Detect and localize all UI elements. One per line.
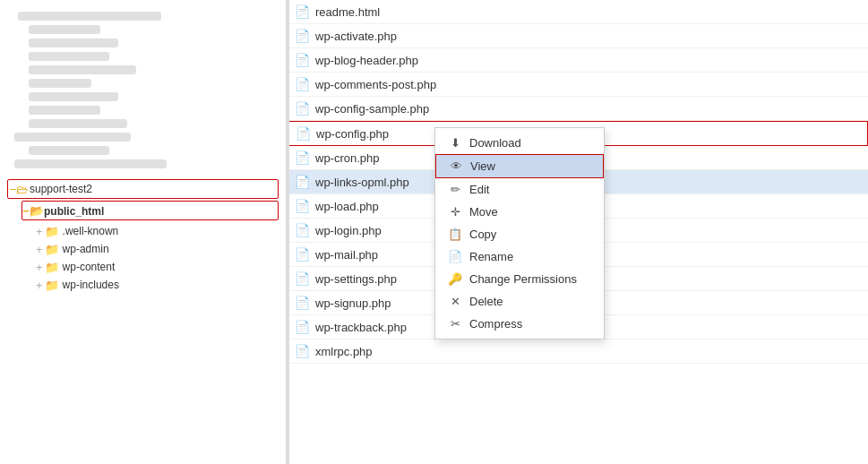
file-name-wp-mail: wp-mail.php — [315, 248, 378, 262]
ctx-label-rename: Rename — [469, 250, 513, 263]
file-name-wp-activate: wp-activate.php — [315, 30, 397, 43]
ctx-label-move: Move — [469, 205, 498, 219]
ctx-menu-delete[interactable]: ✕ Delete — [435, 290, 604, 313]
sidebar-item-wp-content[interactable]: + 📁 wp-content — [29, 258, 282, 276]
file-name-wp-trackback: wp-trackback.php — [315, 321, 407, 334]
file-name-wp-config-sample: wp-config-sample.php — [315, 102, 429, 116]
download-icon: ⬇ — [448, 136, 462, 150]
file-icon-wp-mail: 📄 — [294, 246, 310, 262]
ctx-menu-rename[interactable]: 📄 Rename — [435, 245, 604, 268]
file-list-panel: 📄 readme.html 📄 wp-activate.php 📄 wp-blo… — [287, 0, 868, 464]
sidebar-item-well-known[interactable]: + 📁 .well-known — [29, 222, 282, 240]
permissions-icon: 🔑 — [448, 272, 462, 286]
folder-icon-wp-content: 📁 — [45, 260, 59, 274]
ctx-label-edit: Edit — [469, 183, 489, 196]
ctx-menu-copy[interactable]: 📋 Copy — [435, 223, 604, 245]
file-icon-wp-config-sample: 📄 — [294, 100, 310, 116]
file-icon-wp-cron: 📄 — [294, 150, 310, 166]
file-name-wp-config: wp-config.php — [316, 127, 389, 141]
file-icon-wp-activate: 📄 — [294, 28, 310, 44]
folder-open-icon: −📂 — [26, 203, 40, 218]
file-icon-wp-signup: 📄 — [294, 295, 310, 311]
file-name-wp-signup: wp-signup.php — [315, 296, 391, 310]
sidebar-item-wp-admin[interactable]: + 📁 wp-admin — [29, 240, 282, 258]
rename-icon: 📄 — [448, 250, 462, 263]
file-icon-xmlrpc: 📄 — [294, 343, 310, 359]
folder-minus-icon: −🗁 — [12, 182, 26, 196]
sidebar-item-public-html[interactable]: −📂 public_html — [21, 201, 279, 220]
compress-icon: ✂ — [448, 317, 462, 331]
ctx-label-delete: Delete — [469, 295, 503, 308]
file-icon-wp-login: 📄 — [294, 222, 310, 238]
file-row-wp-blog-header[interactable]: 📄 wp-blog-header.php — [287, 48, 868, 73]
sidebar-label-well-known: .well-known — [63, 225, 119, 237]
ctx-label-download: Download — [469, 136, 521, 150]
folder-icon-well-known: 📁 — [45, 224, 59, 238]
file-row-readme[interactable]: 📄 readme.html — [287, 0, 868, 24]
sidebar-item-support-test2[interactable]: −🗁 support-test2 — [7, 179, 279, 199]
file-name-wp-settings: wp-settings.php — [315, 272, 397, 286]
folder-icon-wp-admin: 📁 — [45, 242, 59, 256]
ctx-menu-move[interactable]: ✛ Move — [435, 201, 604, 223]
ctx-label-copy: Copy — [469, 228, 496, 241]
view-icon: 👁 — [449, 159, 463, 173]
sidebar-label-public-html: public_html — [44, 205, 104, 218]
sidebar-label-support-test2: support-test2 — [30, 183, 92, 195]
file-name-readme: readme.html — [315, 5, 380, 19]
file-icon-wp-settings: 📄 — [294, 271, 310, 287]
sidebar-label-wp-admin: wp-admin — [63, 243, 109, 255]
context-menu: ⬇ Download 👁 View ✏ Edit ✛ Move 📋 Copy 📄… — [434, 127, 605, 339]
file-name-wp-load: wp-load.php — [315, 200, 379, 213]
sidebar-label-wp-content: wp-content — [63, 261, 116, 273]
ctx-label-change-permissions: Change Permissions — [469, 272, 577, 286]
ctx-menu-change-permissions[interactable]: 🔑 Change Permissions — [435, 268, 604, 290]
ctx-menu-compress[interactable]: ✂ Compress — [435, 313, 604, 335]
file-icon-wp-config: 📄 — [295, 125, 311, 142]
copy-icon: 📋 — [448, 228, 462, 241]
ctx-label-view: View — [470, 159, 495, 173]
file-name-xmlrpc: xmlrpc.php — [315, 345, 373, 358]
delete-icon: ✕ — [448, 295, 462, 308]
sidebar-item-wp-includes[interactable]: + 📁 wp-includes — [29, 276, 282, 294]
file-icon-wp-load: 📄 — [294, 198, 310, 214]
file-icon-wp-trackback: 📄 — [294, 319, 310, 335]
sidebar: −🗁 support-test2 −📂 public_html + 📁 .wel… — [0, 0, 287, 464]
ctx-label-compress: Compress — [469, 317, 522, 331]
ctx-menu-view[interactable]: 👁 View — [435, 154, 604, 178]
ctx-menu-edit[interactable]: ✏ Edit — [435, 178, 604, 201]
file-row-wp-activate[interactable]: 📄 wp-activate.php — [287, 24, 868, 48]
file-name-wp-login: wp-login.php — [315, 224, 382, 237]
sidebar-label-wp-includes: wp-includes — [63, 279, 119, 291]
file-icon-wp-links-opml: 📄 — [294, 174, 310, 190]
move-icon: ✛ — [448, 205, 462, 219]
file-name-wp-comments-post: wp-comments-post.php — [315, 78, 436, 91]
file-name-wp-cron: wp-cron.php — [315, 151, 380, 165]
file-icon-readme: 📄 — [294, 4, 310, 20]
file-name-wp-blog-header: wp-blog-header.php — [315, 54, 418, 67]
file-icon-wp-blog-header: 📄 — [294, 52, 310, 68]
edit-icon: ✏ — [448, 183, 462, 196]
folder-icon-wp-includes: 📁 — [45, 278, 59, 292]
file-icon-wp-comments-post: 📄 — [294, 76, 310, 92]
file-row-xmlrpc[interactable]: 📄 xmlrpc.php — [287, 339, 868, 364]
file-row-wp-comments-post[interactable]: 📄 wp-comments-post.php — [287, 73, 868, 97]
ctx-menu-download[interactable]: ⬇ Download — [435, 132, 604, 154]
file-row-wp-config-sample[interactable]: 📄 wp-config-sample.php — [287, 97, 868, 121]
file-name-wp-links-opml: wp-links-opml.php — [315, 176, 409, 189]
